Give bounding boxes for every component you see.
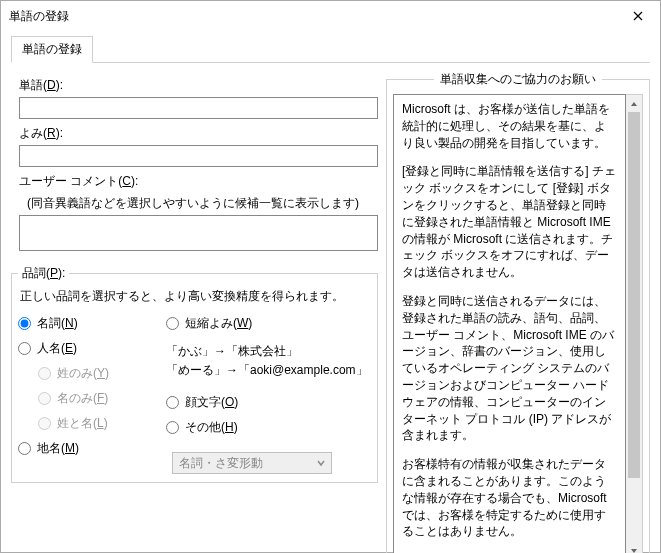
info-textbox: Microsoft は、お客様が送信した単語を統計的に処理し、その結果を基に、よ… [393, 94, 626, 553]
example-line2: 「めーる」→「aoki@example.com」 [166, 361, 371, 380]
examples: 「かぶ」→「株式会社」 「めーる」→「aoki@example.com」 [166, 342, 371, 380]
info-para3: 登録と同時に送信されるデータには、登録された単語の読み、語句、品詞、ユーザー コ… [402, 293, 617, 444]
close-icon[interactable] [615, 1, 660, 31]
tab-register[interactable]: 単語の登録 [11, 36, 93, 63]
cooperation-group: 単語収集へのご協力のお願い Microsoft は、お客様が送信した単語を統計的… [386, 71, 650, 553]
info-scrollbar[interactable] [626, 94, 643, 553]
comment-hint: (同音異義語などを選択しやすいように候補一覧に表示します) [27, 195, 378, 212]
info-para1: Microsoft は、お客様が送信した単語を統計的に処理し、その結果を基に、よ… [402, 101, 617, 151]
tabstrip: 単語の登録 [1, 35, 660, 62]
cooperation-legend: 単語収集へのご協力のお願い [434, 71, 602, 88]
comment-label: ユーザー コメント(C): [19, 173, 378, 190]
dropdown-value: 名詞・さ変形動 [179, 455, 263, 472]
titlebar: 単語の登録 [1, 1, 660, 31]
dialog-window: 単語の登録 単語の登録 単語(D): よみ(R): ユーザー コメント(C): … [0, 0, 661, 553]
radio-sonota[interactable]: その他(H) [166, 419, 371, 436]
chevron-down-icon [317, 456, 325, 470]
info-para4: お客様特有の情報が収集されたデータに含まれることがあります。このような情報が存在… [402, 456, 617, 540]
word-input[interactable] [19, 97, 378, 119]
hinshi-note: 正しい品詞を選択すると、より高い変換精度を得られます。 [20, 288, 371, 305]
hinshi-group: 品詞(P): 正しい品詞を選択すると、より高い変換精度を得られます。 名詞(N)… [11, 265, 378, 483]
radio-tanshuku[interactable]: 短縮よみ(W) [166, 315, 371, 332]
comment-input[interactable] [19, 215, 378, 251]
example-line1: 「かぶ」→「株式会社」 [166, 342, 371, 361]
radio-mei: 名のみ(F) [38, 390, 154, 407]
word-label: 単語(D): [19, 77, 378, 94]
radio-kaomoji[interactable]: 顔文字(O) [166, 394, 371, 411]
radio-meishi[interactable]: 名詞(N) [18, 315, 154, 332]
yomi-input[interactable] [19, 145, 378, 167]
scroll-up-icon[interactable] [626, 95, 642, 112]
scroll-down-icon[interactable] [626, 542, 642, 553]
radio-jinmei[interactable]: 人名(E) [18, 340, 154, 357]
radio-seimei: 姓と名(L) [38, 415, 154, 432]
radio-chimei[interactable]: 地名(M) [18, 440, 154, 457]
yomi-label: よみ(R): [19, 125, 378, 142]
scroll-track[interactable] [626, 112, 642, 542]
sonota-dropdown: 名詞・さ変形動 [172, 452, 332, 474]
info-para2: [登録と同時に単語情報を送信する] チェック ボックスをオンにして [登録] ボ… [402, 163, 617, 281]
window-title: 単語の登録 [9, 8, 615, 25]
radio-sei: 姓のみ(Y) [38, 365, 154, 382]
hinshi-legend: 品詞(P): [18, 265, 69, 282]
scroll-thumb[interactable] [628, 112, 640, 478]
